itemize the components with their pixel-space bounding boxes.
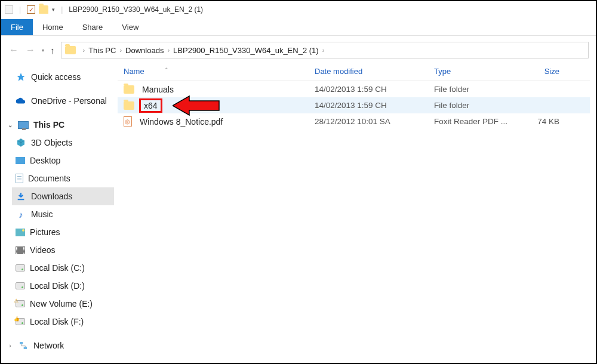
folder-icon <box>124 85 134 94</box>
home-tab[interactable]: Home <box>33 19 73 35</box>
file-list: Name ⌃ Date modified Type Size Manuals 1… <box>118 62 596 362</box>
file-date: 14/02/2013 1:59 CH <box>309 101 428 110</box>
label: Documents <box>28 174 70 183</box>
history-dropdown-icon[interactable]: ▾ <box>42 48 44 53</box>
forward-button[interactable]: → <box>25 45 36 55</box>
title-bar: | ✓ ▾ | LBP2900_R150_V330_W64_uk_EN_2 (1… <box>1 1 596 18</box>
file-name: x64 <box>139 98 162 113</box>
up-button[interactable]: ↑ <box>50 45 55 55</box>
label: Local Disk (D:) <box>30 281 85 291</box>
pc-icon <box>18 121 29 129</box>
download-icon <box>16 191 26 202</box>
sort-asc-icon: ⌃ <box>164 67 169 73</box>
sidebar-item-onedrive[interactable]: OneDrive - Personal <box>12 92 114 110</box>
disk-icon <box>16 264 25 272</box>
file-type: File folder <box>428 101 518 110</box>
svg-rect-1 <box>20 342 23 344</box>
file-row[interactable]: x64 14/02/2013 1:59 CH File folder <box>118 97 590 113</box>
sidebar-item-network[interactable]: › Network <box>12 337 114 354</box>
quick-access-toolbar: | ✓ ▾ | <box>5 5 65 14</box>
label: Pictures <box>30 227 60 237</box>
expand-icon[interactable]: › <box>7 343 13 349</box>
col-header-type[interactable]: Type <box>428 62 518 81</box>
sidebar-item-videos[interactable]: Videos <box>12 241 114 259</box>
file-type: File folder <box>428 85 518 94</box>
sidebar-item-desktop[interactable]: Desktop <box>12 152 114 169</box>
file-date: 28/12/2012 10:01 SA <box>309 117 428 126</box>
label: Quick access <box>31 72 81 82</box>
cube-icon <box>16 137 26 148</box>
col-header-size[interactable]: Size <box>518 62 565 81</box>
nav-pane: Quick access OneDrive - Personal ⌄ This … <box>1 62 118 362</box>
svg-marker-3 <box>173 96 219 115</box>
sidebar-item-disk-c[interactable]: Local Disk (C:) <box>12 259 114 277</box>
chevron-right-icon[interactable]: › <box>322 47 325 54</box>
window-title: LBP2900_R150_V330_W64_uk_EN_2 (1) <box>69 5 203 14</box>
label: 3D Objects <box>31 138 72 147</box>
file-type: Foxit Reader PDF ... <box>428 117 518 126</box>
label: Desktop <box>30 156 60 165</box>
view-tab[interactable]: View <box>112 19 148 35</box>
crumb-downloads[interactable]: Downloads <box>125 46 164 55</box>
col-header-name[interactable]: Name ⌃ <box>118 62 309 81</box>
file-size: 74 KB <box>518 117 565 126</box>
sidebar-item-disk-e[interactable]: New Volume (E:) <box>12 295 114 313</box>
label: Local Disk (C:) <box>30 263 85 273</box>
label: Local Disk (F:) <box>30 317 84 326</box>
chevron-right-icon[interactable]: › <box>83 47 85 54</box>
label: OneDrive - Personal <box>31 96 107 106</box>
sidebar-item-downloads[interactable]: Downloads <box>12 187 114 205</box>
chevron-right-icon[interactable]: › <box>167 47 170 54</box>
sidebar-item-this-pc[interactable]: ⌄ This PC <box>12 116 114 134</box>
collapse-icon[interactable]: ⌄ <box>7 122 13 128</box>
file-date: 14/02/2013 1:59 CH <box>309 85 428 94</box>
label: Downloads <box>31 192 72 201</box>
crumb-this-pc[interactable]: This PC <box>88 46 116 55</box>
svg-rect-2 <box>24 347 27 349</box>
ribbon: File Home Share View <box>1 18 596 36</box>
sidebar-item-quick-access[interactable]: Quick access <box>12 68 114 86</box>
music-icon: ♪ <box>16 209 26 220</box>
svg-marker-0 <box>17 73 24 81</box>
sidebar-item-music[interactable]: ♪ Music <box>12 205 114 223</box>
share-tab[interactable]: Share <box>73 19 113 35</box>
app-icon <box>5 5 13 14</box>
crumb-current[interactable]: LBP2900_R150_V330_W64_uk_EN_2 (1) <box>173 46 319 55</box>
file-tab[interactable]: File <box>1 19 33 35</box>
label: Network <box>33 341 64 350</box>
folder-icon <box>124 101 134 110</box>
column-headers: Name ⌃ Date modified Type Size <box>118 62 590 81</box>
separator: | <box>19 5 21 14</box>
label: This PC <box>33 120 64 129</box>
file-name: Manuals <box>139 84 177 95</box>
pdf-icon <box>124 116 132 127</box>
address-bar[interactable]: › This PC › Downloads › LBP2900_R150_V33… <box>61 42 589 58</box>
document-icon <box>16 174 23 183</box>
nav-row: ← → ▾ ↑ › This PC › Downloads › LBP2900_… <box>1 38 596 62</box>
network-icon <box>18 340 29 351</box>
sidebar-item-disk-f[interactable]: Local Disk (F:) <box>12 313 114 331</box>
desktop-icon <box>16 157 25 164</box>
separator: | <box>61 5 63 14</box>
sidebar-item-disk-d[interactable]: Local Disk (D:) <box>12 277 114 295</box>
sidebar-item-pictures[interactable]: Pictures <box>12 223 114 241</box>
disk-warning-icon <box>16 300 25 307</box>
cloud-icon <box>16 95 26 106</box>
col-header-date[interactable]: Date modified <box>309 62 428 81</box>
star-icon <box>16 72 26 82</box>
disk-icon <box>16 282 25 289</box>
sidebar-item-documents[interactable]: Documents <box>12 169 114 187</box>
properties-qat-icon[interactable]: ✓ <box>27 5 35 14</box>
label: Videos <box>30 245 56 255</box>
folder-qat-icon[interactable] <box>39 5 48 14</box>
folder-icon <box>65 46 76 54</box>
chevron-right-icon[interactable]: › <box>119 47 122 54</box>
annotation-arrow-icon <box>173 94 220 117</box>
sidebar-item-3d-objects[interactable]: 3D Objects <box>12 134 114 152</box>
pictures-icon <box>16 229 25 236</box>
back-button[interactable]: ← <box>8 45 19 55</box>
disk-icon <box>16 318 25 325</box>
label: Music <box>31 209 53 219</box>
qat-dropdown-icon[interactable]: ▾ <box>52 7 55 13</box>
file-name: Windows 8_Notice.pdf <box>137 116 226 127</box>
